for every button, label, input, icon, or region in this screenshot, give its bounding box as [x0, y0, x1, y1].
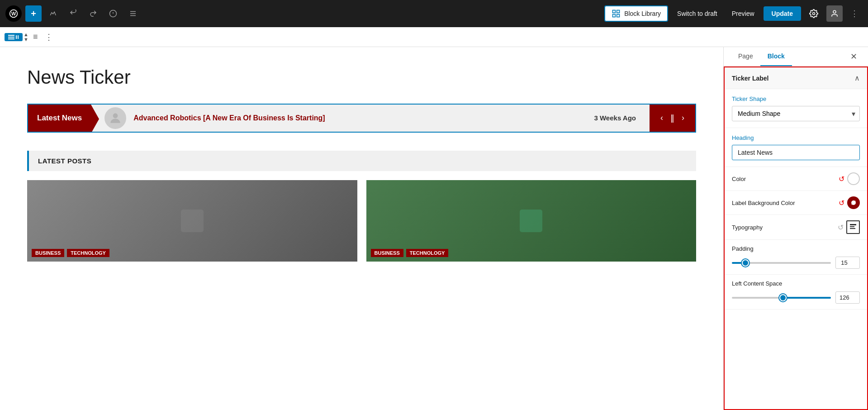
- block-more-options-button[interactable]: ⋮: [42, 30, 56, 44]
- wp-logo[interactable]: W: [5, 5, 22, 22]
- typography-reset-button[interactable]: ↺: [838, 223, 844, 232]
- svg-rect-9: [617, 10, 620, 13]
- color-swatch[interactable]: [847, 172, 860, 185]
- svg-rect-26: [850, 228, 855, 229]
- ticker-shape-select-wrapper: Small Shape Medium Shape Large Shape No …: [732, 106, 860, 121]
- post-card-1[interactable]: BUSINESS TECHNOLOGY: [27, 180, 357, 262]
- left-content-space-label: Left Content Space: [732, 280, 860, 287]
- left-content-space-slider-track: [732, 297, 831, 299]
- label-bg-color-controls: ↺: [839, 196, 860, 209]
- block-controls: ▲ ▼: [5, 32, 28, 42]
- post-tag-technology-2[interactable]: TECHNOLOGY: [406, 249, 449, 257]
- main-layout: News Ticker Latest News Advanced Robotic…: [0, 47, 868, 410]
- padding-slider-wrapper: [732, 258, 831, 267]
- move-up-arrow[interactable]: ▲: [24, 32, 28, 37]
- color-label: Color: [732, 176, 746, 182]
- padding-slider-row: [732, 257, 860, 269]
- svg-rect-17: [16, 35, 17, 39]
- ticker-label: Latest News: [28, 105, 91, 132]
- content-area: News Ticker Latest News Advanced Robotic…: [0, 47, 723, 410]
- ticker-controls: ‹ ‖ ›: [650, 105, 695, 132]
- post-tags-2: BUSINESS TECHNOLOGY: [371, 249, 449, 257]
- info-button[interactable]: [105, 5, 121, 22]
- label-bg-color-label: Label Background Color: [732, 200, 795, 206]
- post-card-2[interactable]: BUSINESS TECHNOLOGY: [366, 180, 697, 262]
- post-tags-1: BUSINESS TECHNOLOGY: [32, 249, 109, 257]
- posts-grid: BUSINESS TECHNOLOGY BUSINESS TECHNOLOGY: [27, 180, 696, 262]
- more-options-button[interactable]: ⋮: [846, 5, 863, 22]
- padding-label: Padding: [732, 245, 860, 252]
- ticker-shape-label: Ticker Shape: [732, 95, 860, 102]
- color-reset-button[interactable]: ↺: [839, 175, 844, 183]
- ticker-thumbnail: [104, 107, 126, 129]
- typography-label: Typography: [732, 224, 763, 231]
- svg-rect-10: [617, 14, 620, 17]
- svg-point-19: [113, 113, 118, 118]
- ticker-time-text: 3 Weeks Ago: [594, 114, 636, 122]
- section-title: LATEST POSTS: [38, 157, 91, 165]
- svg-text:W: W: [11, 11, 16, 16]
- left-content-space-slider-thumb[interactable]: [779, 294, 787, 301]
- color-row: Color ↺: [725, 167, 867, 191]
- typography-controls: ↺: [838, 220, 860, 234]
- color-controls: ↺: [839, 172, 860, 185]
- section-header: LATEST POSTS: [27, 151, 696, 171]
- ticker-label-text: Latest News: [37, 114, 82, 123]
- typography-row: Typography ↺: [725, 215, 867, 240]
- ticker-label-collapsible[interactable]: Ticker Label ∧: [725, 67, 867, 89]
- post-tag-business-2[interactable]: BUSINESS: [371, 249, 403, 257]
- redo-button[interactable]: [85, 5, 101, 22]
- tools-button[interactable]: [45, 5, 62, 22]
- preview-button[interactable]: Preview: [726, 7, 760, 20]
- page-title: News Ticker: [27, 65, 696, 90]
- ticker-next-button[interactable]: ›: [678, 111, 688, 124]
- ticker-shape-field: Ticker Shape Small Shape Medium Shape La…: [725, 89, 867, 128]
- left-content-space-slider-wrapper: [732, 293, 831, 302]
- left-content-space-slider-row: [732, 291, 860, 304]
- ticker-shape-select[interactable]: Small Shape Medium Shape Large Shape No …: [732, 106, 860, 121]
- svg-rect-25: [850, 226, 854, 227]
- block-library-label: Block Library: [624, 10, 661, 17]
- label-bg-color-reset-button[interactable]: ↺: [839, 199, 844, 207]
- heading-field: Heading: [725, 128, 867, 167]
- move-down-arrow[interactable]: ▼: [24, 37, 28, 42]
- svg-rect-14: [8, 35, 14, 36]
- tab-page[interactable]: Page: [731, 47, 760, 66]
- svg-rect-15: [8, 37, 14, 38]
- undo-button[interactable]: [65, 5, 81, 22]
- label-bg-color-row: Label Background Color ↺: [725, 191, 867, 215]
- heading-input[interactable]: [732, 145, 860, 160]
- panel-tabs: Page Block ✕: [724, 47, 868, 67]
- ticker-prev-button[interactable]: ‹: [657, 111, 667, 124]
- svg-rect-18: [18, 35, 19, 39]
- ticker-article-text: Advanced Robotics [A New Era Of Business…: [133, 114, 587, 122]
- switch-draft-button[interactable]: Switch to draft: [672, 7, 723, 20]
- post-tag-technology-1[interactable]: TECHNOLOGY: [67, 249, 109, 257]
- user-avatar-button[interactable]: [826, 5, 843, 22]
- svg-rect-24: [850, 224, 856, 225]
- padding-slider-thumb[interactable]: [742, 259, 749, 267]
- add-block-button[interactable]: +: [25, 5, 42, 22]
- svg-point-13: [833, 10, 836, 13]
- list-view-button[interactable]: [125, 5, 141, 22]
- latest-posts-section: LATEST POSTS BUSINESS TECHNOLOGY: [27, 151, 696, 262]
- typography-settings-button[interactable]: [846, 220, 860, 234]
- svg-rect-16: [8, 38, 14, 39]
- padding-slider-track: [732, 262, 831, 264]
- padding-value-input[interactable]: [835, 257, 860, 269]
- update-button[interactable]: Update: [764, 6, 801, 21]
- svg-point-12: [813, 13, 815, 15]
- block-library-button[interactable]: Block Library: [604, 5, 668, 22]
- panel-close-button[interactable]: ✕: [847, 50, 861, 63]
- settings-button[interactable]: [805, 5, 823, 23]
- post-tag-business-1[interactable]: BUSINESS: [32, 249, 64, 257]
- label-bg-color-swatch[interactable]: [847, 196, 860, 209]
- tab-block[interactable]: Block: [760, 47, 792, 66]
- secondary-toolbar: ▲ ▼ ≡ ⋮: [0, 27, 868, 47]
- ticker-pause-button[interactable]: ‖: [667, 111, 678, 125]
- block-type-button[interactable]: [5, 33, 23, 41]
- left-content-space-value-input[interactable]: [835, 291, 860, 304]
- ticker-label-section: Ticker Label ∧ Ticker Shape Small Shape …: [725, 67, 867, 310]
- heading-field-label: Heading: [732, 134, 860, 141]
- align-button[interactable]: ≡: [30, 30, 41, 43]
